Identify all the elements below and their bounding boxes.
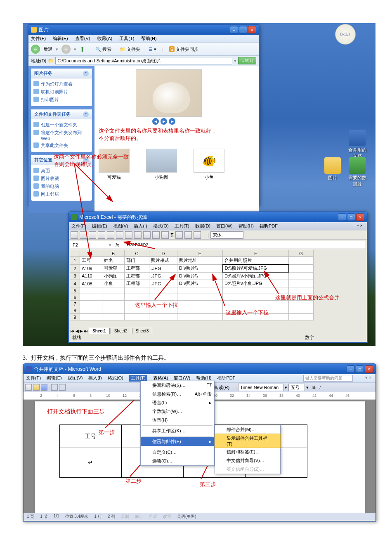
maximize-button[interactable]: □: [356, 365, 364, 373]
menu-edit[interactable]: 编辑(E): [92, 223, 107, 229]
tab-sheet2[interactable]: Sheet2: [111, 328, 131, 334]
loc-network[interactable]: 网上邻居: [33, 190, 90, 198]
up-icon[interactable]: ⬆: [80, 45, 85, 53]
nav-first[interactable]: ⏮: [71, 329, 75, 333]
loc-mycomputer[interactable]: 我的电脑: [33, 183, 90, 190]
close-button[interactable]: ×: [248, 26, 256, 33]
large-preview[interactable]: [136, 69, 202, 117]
minimize-button[interactable]: –: [347, 365, 355, 373]
menu-research[interactable]: 信息检索(R)…Alt+单击: [141, 390, 214, 398]
menu-spell[interactable]: 拼写和语法(S)…F7: [141, 381, 214, 390]
minimize-button[interactable]: –: [338, 213, 346, 221]
font-select[interactable]: [238, 384, 283, 391]
close-button[interactable]: ×: [356, 213, 364, 221]
preview-icon[interactable]: [59, 384, 66, 391]
doc-restore[interactable]: – ▫ ×: [353, 223, 363, 229]
menu-speech[interactable]: 语音(H): [141, 416, 214, 425]
menu-sharedws[interactable]: 共享工作区(K)…: [141, 427, 214, 435]
print-icon[interactable]: [51, 384, 58, 391]
chart-icon[interactable]: [184, 231, 192, 239]
save-icon[interactable]: [41, 384, 47, 391]
menu-letters-mail[interactable]: 信函与邮件(E)▸: [141, 437, 214, 446]
menu-insert[interactable]: 插入(I): [134, 223, 147, 229]
menu-options[interactable]: 选项(O)…: [141, 457, 214, 465]
sort-icon[interactable]: [175, 231, 183, 239]
menu-tools[interactable]: 工具(T): [119, 36, 134, 41]
menu-file[interactable]: 文件(F): [71, 223, 86, 229]
folders-button[interactable]: 📁文件夹: [117, 45, 143, 53]
spell-icon[interactable]: [116, 231, 123, 239]
fx-icon[interactable]: fx: [113, 242, 122, 247]
open-icon[interactable]: [33, 384, 40, 391]
open-icon[interactable]: [80, 231, 87, 239]
thumb-fish[interactable]: 🐠小鱼: [194, 149, 224, 180]
back-button[interactable]: ←: [31, 45, 40, 54]
collapse-icon[interactable]: ⌃: [83, 111, 89, 117]
menu-edit[interactable]: 编辑(E): [53, 36, 68, 41]
new-icon[interactable]: [71, 231, 78, 239]
menu-wordcount[interactable]: 字数统计(W)…: [141, 407, 214, 416]
undo-icon[interactable]: [152, 231, 160, 239]
print-icon[interactable]: [98, 231, 105, 239]
forward-button[interactable]: →: [61, 45, 71, 54]
next-icon[interactable]: ▶: [169, 118, 175, 125]
help-search[interactable]: [303, 375, 353, 382]
desktop-icon-folder[interactable]: 图片: [323, 157, 342, 181]
maximize-button[interactable]: □: [347, 213, 355, 221]
maximize-button[interactable]: □: [239, 26, 247, 33]
menu-pdf[interactable]: 福昕PDF: [260, 223, 278, 229]
search-button[interactable]: 🔍搜索: [93, 45, 114, 53]
tab-sheet1[interactable]: Sheet1: [89, 328, 110, 334]
word-titlebar[interactable]: 合并用的文档 - Microsoft Word – □ ×: [24, 364, 375, 374]
spreadsheet-grid[interactable]: ABCDEFG 1工号姓名部门照片格式照片地址合并用的照片 2A109可爱猫工程…: [70, 250, 314, 320]
sum-icon[interactable]: Σ: [170, 232, 174, 238]
bold-button[interactable]: B: [312, 385, 316, 390]
sync-button[interactable]: S文件夹同步: [167, 45, 201, 53]
menu-tools[interactable]: 工具(T): [175, 223, 189, 229]
task-share[interactable]: 共享此文件夹: [33, 142, 90, 149]
menu-help[interactable]: 帮助(H): [239, 223, 254, 229]
task-slideshow[interactable]: 作为幻灯片查看: [33, 80, 90, 88]
formula-input[interactable]: =E2&B2&D2: [122, 242, 366, 247]
redo-icon[interactable]: [161, 231, 169, 239]
prev-icon[interactable]: ◀: [152, 118, 159, 125]
save-icon[interactable]: [89, 231, 96, 239]
minimize-button[interactable]: –: [230, 26, 238, 33]
submenu-toolbar[interactable]: 显示邮件合并工具栏(T): [215, 434, 281, 448]
paste-icon[interactable]: [143, 231, 151, 239]
help-icon[interactable]: [194, 231, 201, 239]
task-newfolder[interactable]: 创建一个新文件夹: [33, 121, 90, 129]
menu-window[interactable]: 窗口(W): [216, 223, 233, 229]
submenu-mailmerge[interactable]: 邮件合并(M)…: [215, 425, 280, 434]
nav-last[interactable]: ⏭: [84, 329, 88, 333]
menu-format[interactable]: 格式(O): [108, 375, 123, 382]
go-button[interactable]: → 转到: [238, 57, 256, 64]
size-select[interactable]: [288, 384, 305, 391]
menu-format[interactable]: 格式(O): [153, 223, 169, 229]
italic-button[interactable]: I: [319, 385, 321, 390]
views-button[interactable]: ☰▾: [146, 46, 159, 53]
desktop-icon-word[interactable]: 合并用的文档: [347, 130, 367, 159]
menu-edit[interactable]: 编辑(E): [47, 375, 62, 382]
play-icon[interactable]: ▶: [161, 118, 167, 125]
menu-pdf[interactable]: 福昕PDF: [217, 375, 235, 382]
preview-icon[interactable]: [107, 231, 114, 239]
menu-customize[interactable]: 自定义(C)…: [141, 448, 214, 457]
submenu-en-letter[interactable]: 英文信函向导(Z)…: [215, 465, 280, 474]
address-input[interactable]: [55, 57, 232, 64]
desktop-icon-excel[interactable]: 需要的数据源: [347, 157, 367, 187]
copy-icon[interactable]: [134, 231, 142, 239]
menu-insert[interactable]: 插入(I): [88, 375, 102, 382]
tab-sheet3[interactable]: Sheet3: [132, 328, 153, 334]
cut-icon[interactable]: [125, 231, 132, 239]
menu-data[interactable]: 数据(D): [195, 223, 210, 229]
nav-next[interactable]: ▶: [80, 329, 83, 333]
name-box[interactable]: F2: [70, 242, 107, 247]
menu-view[interactable]: 视图(V): [68, 375, 83, 382]
excel-titlebar[interactable]: Microsoft Excel - 需要的数据源 – □ ×: [69, 212, 367, 222]
menu-view[interactable]: 查看(V): [75, 36, 90, 41]
explorer-titlebar[interactable]: 图片 – □ ×: [28, 25, 259, 35]
new-icon[interactable]: [25, 384, 32, 391]
menu-language[interactable]: 语言(L)▸: [141, 398, 214, 407]
task-print[interactable]: 打印图片: [33, 96, 90, 104]
